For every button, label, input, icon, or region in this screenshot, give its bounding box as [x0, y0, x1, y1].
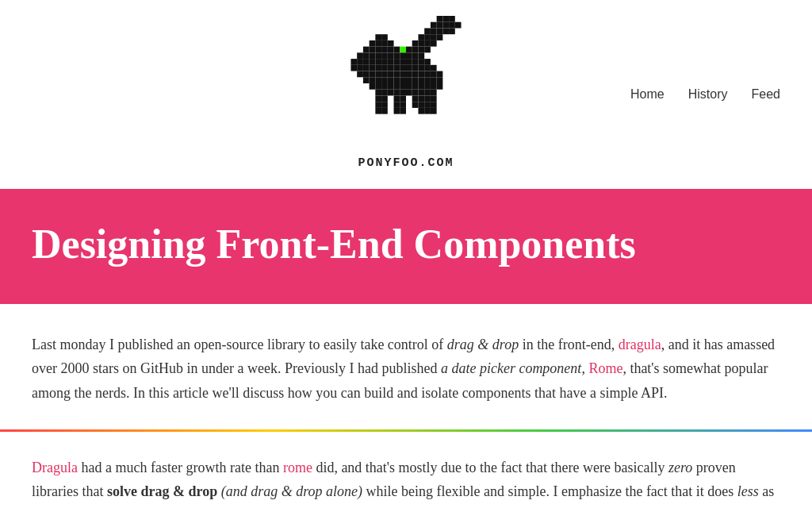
body-text-1: had a much faster growth rate than: [78, 460, 283, 475]
svg-rect-26: [431, 40, 437, 47]
body-italic-1: zero: [668, 460, 692, 475]
svg-rect-146: [424, 108, 431, 114]
svg-rect-129: [412, 95, 419, 102]
svg-rect-35: [418, 47, 424, 53]
svg-rect-83: [400, 71, 406, 78]
svg-rect-132: [431, 95, 437, 102]
intro-paragraph: Last monday I published an open-source l…: [32, 333, 780, 406]
svg-rect-88: [431, 71, 437, 78]
svg-rect-16: [424, 34, 431, 40]
nav-feed[interactable]: Feed: [752, 84, 780, 105]
body-italic-2: (and drag & drop alone): [221, 483, 362, 499]
svg-rect-76: [357, 71, 363, 78]
svg-rect-21: [381, 40, 388, 47]
svg-rect-19: [370, 40, 376, 47]
svg-rect-36: [424, 47, 431, 53]
logo-area: PONYFOO.COM: [350, 16, 462, 173]
svg-rect-10: [437, 28, 443, 34]
svg-rect-30: [381, 47, 388, 53]
svg-rect-69: [394, 65, 400, 71]
svg-rect-40: [370, 52, 376, 59]
svg-rect-25: [424, 40, 431, 47]
nav-history[interactable]: History: [688, 84, 728, 105]
svg-rect-140: [431, 102, 437, 108]
svg-rect-115: [375, 90, 381, 96]
svg-rect-121: [412, 90, 419, 96]
svg-rect-98: [412, 77, 419, 83]
svg-rect-142: [381, 108, 388, 114]
svg-rect-97: [406, 77, 412, 83]
svg-rect-38: [357, 52, 363, 59]
svg-rect-105: [381, 83, 388, 90]
svg-rect-20: [375, 40, 381, 47]
svg-rect-44: [394, 52, 400, 59]
svg-rect-134: [381, 102, 388, 108]
svg-rect-90: [363, 77, 370, 83]
svg-rect-63: [357, 65, 363, 71]
svg-rect-145: [418, 108, 424, 114]
intro-italic-2: a date picker component: [441, 360, 581, 376]
svg-rect-33: [406, 47, 412, 53]
hero-section: Designing Front-End Components: [0, 189, 812, 304]
svg-rect-0: [437, 16, 443, 22]
svg-rect-119: [400, 90, 406, 96]
svg-rect-78: [370, 71, 376, 78]
svg-rect-139: [424, 102, 431, 108]
site-header: PONYFOO.COM Home History Feed: [0, 0, 812, 189]
svg-rect-135: [394, 102, 400, 108]
svg-rect-67: [381, 65, 388, 71]
body-bold-1: solve drag & drop: [107, 483, 217, 499]
svg-rect-7: [455, 22, 462, 29]
svg-rect-29: [375, 47, 381, 53]
svg-rect-34: [412, 47, 419, 53]
svg-rect-122: [418, 90, 424, 96]
nav-home[interactable]: Home: [630, 84, 665, 105]
svg-rect-41: [375, 52, 381, 59]
svg-rect-62: [350, 65, 357, 71]
main-nav: Home History Feed: [630, 84, 780, 105]
svg-rect-45: [400, 52, 406, 59]
svg-rect-108: [400, 83, 406, 90]
svg-rect-137: [412, 102, 419, 108]
svg-rect-123: [424, 90, 431, 96]
svg-rect-2: [449, 16, 455, 22]
intro-text-1: Last monday I published an open-source l…: [32, 337, 447, 352]
svg-rect-42: [381, 52, 388, 59]
svg-rect-84: [406, 71, 412, 78]
svg-rect-70: [400, 65, 406, 71]
svg-rect-143: [394, 108, 400, 114]
svg-rect-124: [431, 90, 437, 96]
svg-rect-73: [418, 65, 424, 71]
svg-rect-72: [412, 65, 419, 71]
svg-rect-39: [363, 52, 370, 59]
svg-rect-58: [406, 59, 412, 65]
svg-rect-125: [375, 95, 381, 102]
svg-rect-136: [400, 102, 406, 108]
body-italic-3: less: [737, 483, 759, 499]
svg-rect-99: [418, 77, 424, 83]
svg-rect-131: [424, 95, 431, 102]
svg-rect-22: [388, 40, 394, 47]
body-text-2: did, and that's mostly due to the fact t…: [312, 460, 668, 475]
svg-rect-31: [388, 47, 394, 53]
svg-rect-81: [388, 71, 394, 78]
svg-rect-53: [375, 59, 381, 65]
svg-rect-66: [375, 65, 381, 71]
svg-rect-133: [375, 102, 381, 108]
svg-rect-61: [424, 59, 431, 65]
svg-rect-68: [388, 65, 394, 71]
svg-rect-138: [418, 102, 424, 108]
svg-rect-120: [406, 90, 412, 96]
dragula-link[interactable]: dragula: [619, 337, 661, 352]
svg-rect-23: [412, 40, 419, 47]
svg-rect-107: [394, 83, 400, 90]
intro-text-2: in the front-end,: [519, 337, 618, 352]
rome-link[interactable]: Rome: [588, 360, 622, 376]
svg-rect-6: [449, 22, 455, 29]
intro-section: Last monday I published an open-source l…: [0, 304, 812, 432]
svg-rect-91: [370, 77, 376, 83]
rome-link-2[interactable]: rome: [283, 460, 312, 475]
dragula-link-2[interactable]: Dragula: [32, 460, 78, 475]
body-paragraph: Dragula had a much faster growth rate th…: [32, 456, 780, 508]
svg-rect-12: [449, 28, 455, 34]
